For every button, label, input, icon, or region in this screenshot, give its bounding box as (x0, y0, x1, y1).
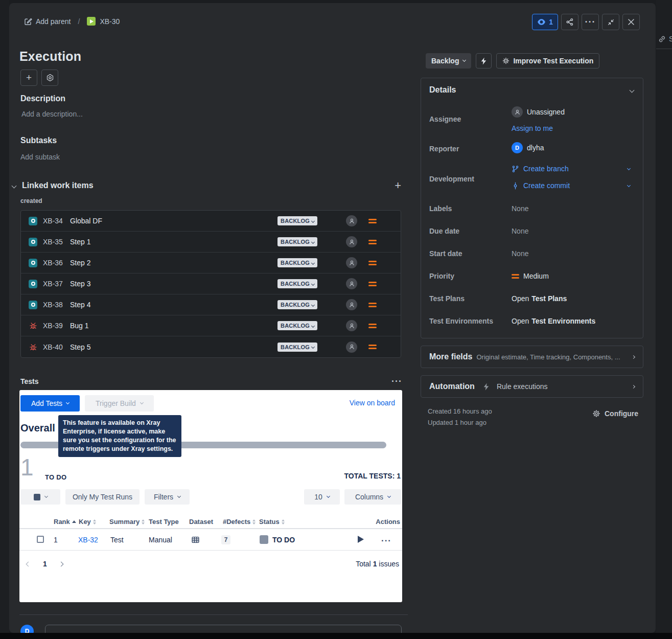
improve-test-execution-button[interactable]: Improve Test Execution (496, 53, 599, 69)
collapse-button[interactable] (602, 14, 619, 30)
watch-button[interactable]: 1 (532, 14, 558, 30)
commit-options-chevron-icon[interactable] (627, 184, 631, 187)
labels-value[interactable]: None (512, 204, 528, 213)
header-label: Actions (376, 518, 400, 526)
reporter-value-row[interactable]: D dlyha (512, 142, 544, 153)
content-divider (19, 614, 408, 615)
close-button[interactable] (622, 14, 640, 30)
details-collapse-chevron-icon[interactable] (630, 88, 635, 93)
assignee-avatar[interactable] (346, 320, 357, 331)
share-button[interactable] (561, 14, 578, 30)
tests-section-header: Tests ··· (20, 377, 402, 385)
linked-item-row[interactable]: XB-36 Step 2 BACKLOG (21, 253, 401, 273)
assign-to-me-link[interactable]: Assign to me (512, 124, 553, 132)
test-environments-link[interactable]: Test Environments (531, 317, 595, 325)
description-placeholder[interactable]: Add a description... (21, 110, 83, 118)
background-partial-text: S (669, 35, 672, 43)
defects-count-badge[interactable]: 7 (221, 535, 230, 544)
linked-item-row[interactable]: XB-39 Bug 1 BACKLOG (21, 315, 401, 336)
linked-item-row[interactable]: XB-35 Step 1 BACKLOG (21, 232, 401, 253)
assignee-avatar[interactable] (346, 278, 357, 289)
linked-work-items-list: XB-34 Global DF BACKLOG XB-35 Step 1 BAC… (20, 210, 401, 358)
header-label: Dataset (189, 518, 213, 526)
assignee-avatar[interactable] (346, 215, 357, 226)
add-tests-button[interactable]: Add Tests (20, 395, 80, 412)
assignee-avatar[interactable] (346, 341, 357, 353)
linked-item-summary[interactable]: Step 3 (70, 280, 90, 288)
create-branch-row[interactable]: Create branch (512, 165, 569, 173)
linked-item-row[interactable]: XB-40 Step 5 BACKLOG (21, 336, 401, 357)
status-dropdown[interactable]: BACKLOG (277, 216, 317, 225)
assignee-avatar[interactable] (346, 299, 357, 310)
due-date-value[interactable]: None (512, 227, 528, 235)
prev-page-chevron-icon[interactable] (26, 562, 31, 567)
only-my-test-runs-button[interactable]: Only My Test Runs (65, 489, 140, 505)
column-header-rank[interactable]: Rank (54, 518, 76, 526)
status-dropdown[interactable]: BACKLOG (277, 258, 317, 267)
linked-item-row[interactable]: XB-37 Step 3 BACKLOG (21, 273, 401, 294)
start-date-value[interactable]: None (512, 249, 528, 258)
linked-item-summary[interactable]: Step 2 (70, 259, 90, 267)
row-checkbox[interactable] (37, 536, 44, 543)
more-fields-panel[interactable]: More fields Original estimate, Time trac… (421, 346, 643, 368)
automation-lightning-button[interactable] (476, 53, 492, 69)
linked-item-row[interactable]: XB-38 Step 4 BACKLOG (21, 294, 401, 315)
view-on-board-link[interactable]: View on board (350, 399, 395, 407)
add-parent-button[interactable]: Add parent (24, 17, 71, 26)
trigger-build-button[interactable]: Trigger Build (85, 395, 154, 412)
linked-item-row[interactable]: XB-34 Global DF BACKLOG (21, 211, 401, 232)
bulk-select-dropdown[interactable] (20, 489, 60, 505)
test-environments-value-row[interactable]: Open Test Environments (512, 317, 595, 325)
create-commit-row[interactable]: Create commit (512, 181, 570, 190)
assignee-avatar[interactable] (346, 257, 357, 268)
add-button[interactable]: + (20, 70, 37, 86)
chevron-down-icon (327, 494, 330, 498)
assignee-value-row[interactable]: Unassigned (512, 106, 565, 118)
comment-input[interactable] (45, 625, 402, 633)
linked-item-summary[interactable]: Global DF (70, 217, 102, 225)
automation-panel[interactable]: Automation Rule executions (421, 375, 643, 398)
linked-item-summary[interactable]: Step 4 (70, 301, 90, 309)
breadcrumb-issue-key[interactable]: XB-30 (100, 17, 120, 26)
tests-more-button[interactable]: ··· (391, 379, 402, 384)
section-collapse-chevron-icon[interactable] (12, 183, 17, 188)
test-type-icon (29, 217, 37, 225)
lightning-icon (480, 57, 487, 65)
create-commit-link[interactable]: Create commit (523, 181, 570, 190)
test-plans-value-row[interactable]: Open Test Plans (512, 294, 567, 303)
status-dropdown[interactable]: BACKLOG (277, 279, 317, 288)
status-dropdown[interactable]: BACKLOG (277, 300, 317, 309)
column-header-defects[interactable]: #Defects (223, 518, 256, 526)
security-level-button[interactable] (41, 70, 58, 86)
cell-key-link[interactable]: XB-32 (78, 536, 98, 544)
filters-dropdown[interactable]: Filters (145, 489, 190, 505)
branch-options-chevron-icon[interactable] (627, 167, 631, 170)
page-size-dropdown[interactable]: 10 (304, 489, 340, 505)
test-row[interactable]: 1 XB-32 Test Manual 7 TO DO ··· (19, 529, 402, 551)
column-header-summary[interactable]: Summary (109, 518, 145, 526)
title-quick-actions: + (20, 70, 58, 86)
columns-dropdown[interactable]: Columns (344, 489, 401, 505)
linked-item-summary[interactable]: Bug 1 (70, 322, 89, 330)
linked-item-summary[interactable]: Step 5 (70, 343, 90, 351)
status-dropdown-backlog[interactable]: Backlog (426, 53, 471, 69)
row-actions-button[interactable]: ··· (381, 539, 391, 543)
column-header-key[interactable]: Key (79, 518, 96, 526)
configure-button[interactable]: Configure (592, 409, 638, 418)
status-dropdown[interactable]: BACKLOG (277, 343, 317, 352)
assignee-avatar[interactable] (346, 236, 357, 247)
status-dropdown[interactable]: BACKLOG (277, 237, 317, 246)
next-page-chevron-icon[interactable] (59, 562, 64, 567)
run-test-play-button[interactable] (358, 536, 364, 543)
priority-value-row[interactable]: Medium (512, 272, 549, 280)
create-branch-link[interactable]: Create branch (523, 165, 569, 173)
current-page[interactable]: 1 (43, 560, 47, 568)
more-actions-button[interactable]: ··· (582, 14, 599, 30)
linked-item-summary[interactable]: Step 1 (70, 238, 90, 246)
column-header-status[interactable]: Status (259, 518, 285, 526)
dataset-icon[interactable] (191, 536, 200, 544)
add-linked-item-button[interactable]: + (395, 181, 401, 190)
add-subtask-placeholder[interactable]: Add subtask (20, 153, 60, 161)
test-plans-link[interactable]: Test Plans (531, 294, 567, 303)
status-dropdown[interactable]: BACKLOG (277, 321, 317, 330)
